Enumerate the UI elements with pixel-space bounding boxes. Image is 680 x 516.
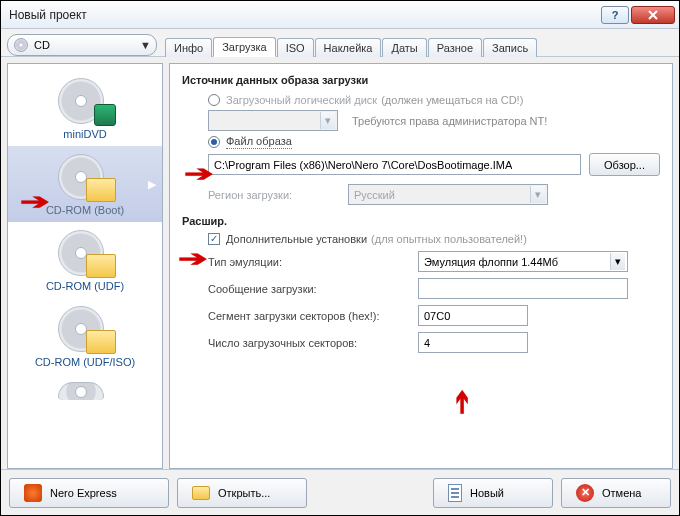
tab-dates[interactable]: Даты bbox=[382, 38, 426, 57]
emulation-value: Эмуляция флоппи 1.44Мб bbox=[424, 256, 558, 268]
disc-icon bbox=[14, 38, 28, 52]
radio-boot-logical-hint: (должен умещаться на CD!) bbox=[381, 94, 523, 106]
radio-row-logical: Загрузочный логический диск (должен умещ… bbox=[182, 94, 660, 106]
sector-count-label: Число загрузочных секторов: bbox=[208, 337, 418, 349]
boot-message-input[interactable] bbox=[418, 278, 628, 299]
tab-boot[interactable]: Загрузка bbox=[213, 37, 275, 57]
project-type-caption: CD-ROM (UDF) bbox=[46, 280, 124, 292]
close-icon bbox=[647, 10, 659, 20]
minidvd-overlay-icon bbox=[94, 104, 116, 126]
footer-bar: Nero Express Открыть... Новый ✕ Отмена bbox=[1, 469, 679, 515]
settings-panel: Источник данных образа загрузки Загрузоч… bbox=[169, 63, 673, 469]
tab-misc[interactable]: Разное bbox=[428, 38, 482, 57]
chevron-down-icon: ▾ bbox=[610, 253, 625, 270]
radio-boot-logical[interactable] bbox=[208, 94, 220, 106]
boot-source-title: Источник данных образа загрузки bbox=[182, 74, 660, 86]
chevron-right-icon: ▶ bbox=[148, 178, 156, 191]
admin-warning: Требуются права администратора NT! bbox=[352, 115, 547, 127]
left-column: miniDVD CD-ROM (Boot) ▶ CD-ROM (UDF) CD-… bbox=[7, 63, 163, 469]
project-type-list: miniDVD CD-ROM (Boot) ▶ CD-ROM (UDF) CD-… bbox=[7, 63, 163, 469]
folder-overlay-icon bbox=[86, 254, 116, 278]
browse-button[interactable]: Обзор... bbox=[589, 153, 660, 176]
project-type-minidvd[interactable]: miniDVD bbox=[8, 70, 162, 146]
project-type-cd-udf-iso[interactable]: CD-ROM (UDF/ISO) bbox=[8, 298, 162, 374]
tab-burn[interactable]: Запись bbox=[483, 38, 537, 57]
tab-info[interactable]: Инфо bbox=[165, 38, 212, 57]
folder-open-icon bbox=[192, 486, 210, 500]
boot-message-label: Сообщение загрузки: bbox=[208, 283, 418, 295]
sector-count-input[interactable]: 4 bbox=[418, 332, 528, 353]
advanced-checkbox-hint: (для опытных пользователей!) bbox=[371, 233, 527, 245]
project-type-cd-udf[interactable]: CD-ROM (UDF) bbox=[8, 222, 162, 298]
window-controls: ? bbox=[601, 6, 675, 24]
emulation-combo[interactable]: Эмуляция флоппи 1.44Мб ▾ bbox=[418, 251, 628, 272]
chevron-down-icon: ▾ bbox=[530, 186, 545, 203]
segment-label: Сегмент загрузки секторов (hex!): bbox=[208, 310, 418, 322]
tab-iso[interactable]: ISO bbox=[277, 38, 314, 57]
media-selector[interactable]: CD ▼ bbox=[7, 34, 157, 56]
radio-boot-image[interactable] bbox=[208, 136, 220, 148]
logical-drive-combo: ▾ bbox=[208, 110, 338, 131]
boot-region-combo: Русский ▾ bbox=[348, 184, 548, 205]
emulation-label: Тип эмуляции: bbox=[208, 256, 418, 268]
cancel-button[interactable]: ✕ Отмена bbox=[561, 478, 671, 508]
open-button[interactable]: Открыть... bbox=[177, 478, 307, 508]
disc-icon bbox=[58, 382, 104, 400]
folder-overlay-icon bbox=[86, 178, 116, 202]
tab-label[interactable]: Наклейка bbox=[315, 38, 382, 57]
project-type-caption: CD-ROM (UDF/ISO) bbox=[35, 356, 135, 368]
document-new-icon bbox=[448, 484, 462, 502]
chevron-down-icon: ▼ bbox=[140, 39, 150, 51]
folder-overlay-icon bbox=[86, 330, 116, 354]
titlebar: Новый проект ? bbox=[1, 1, 679, 29]
segment-input[interactable]: 07C0 bbox=[418, 305, 528, 326]
boot-region-value: Русский bbox=[354, 189, 395, 201]
tab-bar: Инфо Загрузка ISO Наклейка Даты Разное З… bbox=[165, 29, 538, 56]
window-title: Новый проект bbox=[9, 8, 601, 22]
close-button[interactable] bbox=[631, 6, 675, 24]
radio-boot-logical-label: Загрузочный логический диск bbox=[226, 94, 377, 106]
image-path-value: C:\Program Files (x86)\Nero\Nero 7\Core\… bbox=[214, 159, 512, 171]
image-path-input[interactable]: C:\Program Files (x86)\Nero\Nero 7\Core\… bbox=[208, 154, 581, 175]
project-type-caption: miniDVD bbox=[63, 128, 106, 140]
advanced-checkbox[interactable] bbox=[208, 233, 220, 245]
project-type-caption: CD-ROM (Boot) bbox=[46, 204, 124, 216]
nero-express-icon bbox=[24, 484, 42, 502]
boot-region-label: Регион загрузки: bbox=[208, 189, 348, 201]
project-type-more[interactable] bbox=[8, 374, 162, 404]
chevron-down-icon: ▾ bbox=[320, 112, 335, 129]
advanced-check-row: Дополнительные установки (для опытных по… bbox=[182, 233, 660, 245]
radio-boot-image-label: Файл образа bbox=[226, 135, 292, 149]
media-selector-label: CD bbox=[34, 39, 140, 51]
advanced-title: Расшир. bbox=[182, 215, 660, 227]
help-button[interactable]: ? bbox=[601, 6, 629, 24]
new-button[interactable]: Новый bbox=[433, 478, 553, 508]
project-type-cd-boot[interactable]: CD-ROM (Boot) ▶ bbox=[8, 146, 162, 222]
main-area: miniDVD CD-ROM (Boot) ▶ CD-ROM (UDF) CD-… bbox=[1, 57, 679, 469]
advanced-checkbox-label: Дополнительные установки bbox=[226, 233, 367, 245]
cancel-icon: ✕ bbox=[576, 484, 594, 502]
radio-row-image: Файл образа bbox=[182, 135, 660, 149]
nero-express-button[interactable]: Nero Express bbox=[9, 478, 169, 508]
top-ribbon: CD ▼ Инфо Загрузка ISO Наклейка Даты Раз… bbox=[1, 29, 679, 57]
